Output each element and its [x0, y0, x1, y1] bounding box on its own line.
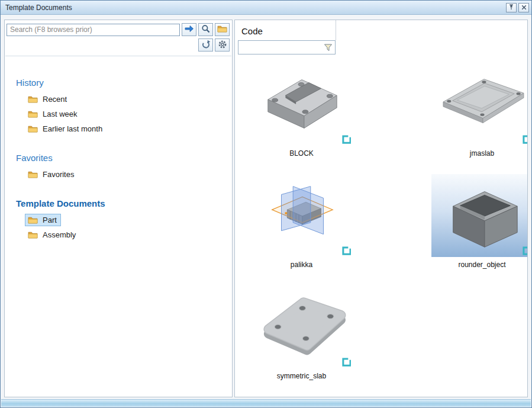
go-button[interactable] [182, 23, 196, 36]
filter-button[interactable] [323, 43, 333, 52]
search-icon [201, 24, 211, 36]
folder-tree: History Recent Last week Earlier last mo… [5, 56, 232, 249]
filter-box [238, 40, 336, 54]
bottom-edge-strip [1, 399, 531, 407]
grid-header: Code [235, 20, 527, 40]
folder-icon [28, 95, 38, 103]
folder-icon [28, 231, 38, 239]
refresh-icon [201, 40, 211, 51]
thumbnail-rounder-object [431, 174, 528, 257]
pin-icon [508, 2, 515, 13]
template-cell-palikka[interactable]: palikka [241, 174, 362, 269]
folder-icon [28, 110, 38, 118]
column-header-code[interactable]: Code [241, 26, 263, 36]
navigation-panel: History Recent Last week Earlier last mo… [4, 20, 233, 397]
template-label: jmaslab [421, 149, 528, 158]
filter-row [235, 40, 527, 59]
template-documents-window: Template Documents [0, 0, 532, 408]
document-grid-panel: Code [234, 20, 528, 397]
folder-icon [28, 171, 38, 178]
tree-item-part[interactable]: Part [25, 214, 61, 226]
tree-item-label: Recent [43, 95, 67, 104]
folder-icon [28, 216, 38, 224]
tree-item-earlier-last-month[interactable]: Earlier last month [25, 123, 107, 135]
component-badge-icon [523, 135, 528, 144]
column-separator [336, 20, 336, 40]
search-row [5, 20, 232, 37]
template-label: palikka [241, 261, 362, 269]
filter-funnel-icon [324, 44, 333, 53]
component-badge-icon [342, 135, 351, 144]
component-badge-icon [342, 358, 351, 367]
tree-item-label: Favorites [43, 170, 74, 179]
tree-item-label: Last week [43, 110, 78, 118]
filter-input[interactable] [241, 42, 323, 53]
thumbnail-jmaslab [431, 63, 528, 146]
close-button[interactable] [518, 3, 529, 12]
rounder-object-preview [432, 175, 528, 256]
template-cell-symmetric-slab[interactable]: symmetric_slab [241, 285, 362, 380]
tree-item-favorites[interactable]: Favorites [25, 168, 78, 181]
titlebar: Template Documents [1, 1, 531, 15]
jmaslab-preview [432, 63, 528, 145]
go-arrow-icon [184, 24, 194, 35]
symmetric-slab-preview [252, 286, 352, 368]
tree-item-label: Part [43, 216, 57, 224]
template-cell-jmaslab[interactable]: jmaslab [421, 63, 528, 158]
browse-folder-button[interactable] [215, 23, 230, 36]
block-preview [252, 63, 352, 145]
component-badge-icon [342, 246, 351, 255]
palikka-preview [252, 175, 352, 256]
tree-section-history: History [16, 78, 226, 88]
settings-button[interactable] [215, 38, 230, 52]
close-icon [521, 2, 527, 13]
folder-icon [217, 25, 227, 34]
folder-icon [28, 125, 38, 133]
tree-item-label: Assembly [43, 230, 76, 239]
window-title: Template Documents [5, 4, 504, 12]
template-label: BLOCK [241, 149, 362, 158]
thumbnail-symmetric-slab [251, 285, 353, 368]
tree-item-assembly[interactable]: Assembly [25, 229, 80, 241]
tools-row [5, 37, 232, 56]
search-input[interactable] [7, 24, 180, 36]
tree-section-template-documents: Template Documents [16, 198, 226, 208]
tree-item-recent[interactable]: Recent [25, 93, 71, 105]
search-button[interactable] [198, 23, 213, 36]
template-label: symmetric_slab [241, 372, 362, 380]
thumbnail-palikka [251, 174, 353, 257]
component-badge-icon [523, 246, 528, 255]
template-grid: BLOCK [235, 59, 527, 380]
template-cell-block[interactable]: BLOCK [241, 63, 362, 158]
pin-button[interactable] [506, 3, 517, 12]
tree-item-last-week[interactable]: Last week [25, 108, 82, 120]
template-cell-rounder-object[interactable]: rounder_object [421, 174, 528, 269]
template-label: rounder_object [421, 261, 528, 269]
thumbnail-block [251, 63, 353, 146]
gear-icon [218, 40, 227, 51]
tree-section-favorites: Favorites [16, 153, 226, 163]
tree-item-label: Earlier last month [43, 124, 102, 133]
refresh-button[interactable] [198, 38, 213, 52]
